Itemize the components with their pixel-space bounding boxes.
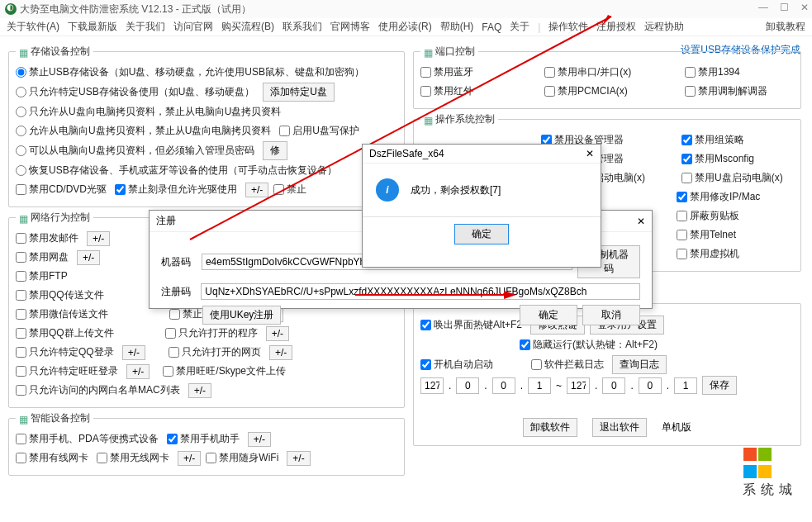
legend-smart: ▦智能设备控制 — [16, 411, 93, 425]
tilde: ~ — [556, 380, 562, 392]
ip-a-4[interactable] — [528, 377, 551, 394]
menu-contact[interactable]: 联系我们 — [283, 20, 322, 34]
chk-disable-mail[interactable]: 禁用发邮件 — [16, 231, 78, 245]
chk-autostart[interactable]: 开机自动启动 — [420, 358, 493, 372]
ip-b-2[interactable] — [602, 377, 625, 394]
pm-allow-qq[interactable]: +/- — [122, 345, 145, 360]
menu-buy[interactable]: 购买流程(B) — [221, 20, 274, 34]
chk-disable-clipboard[interactable]: 屏蔽剪贴板 — [677, 209, 739, 223]
menu-blog[interactable]: 官网博客 — [330, 20, 370, 34]
register-close-button[interactable]: ✕ — [637, 216, 645, 227]
chk-disable-cd[interactable]: 禁用CD/DVD光驱 — [16, 183, 107, 197]
chk-disable-ipmac[interactable]: 禁用修改IP/Mac — [677, 190, 760, 204]
ip-b-1[interactable] — [567, 377, 590, 394]
watermark-text: 系统城 — [743, 482, 797, 499]
pm-wlan[interactable]: +/- — [178, 451, 201, 466]
pm-netdisk[interactable]: +/- — [77, 250, 100, 265]
chk-blocklog[interactable]: 软件拦截日志 — [531, 358, 604, 372]
menu-operate[interactable]: 操作软件 — [548, 20, 588, 34]
chk-disable-telnet[interactable]: 禁用Telnet — [677, 228, 736, 242]
add-specific-usb-button[interactable]: 添加特定U盘 — [263, 83, 335, 102]
chk-disable-ftp[interactable]: 禁用FTP — [16, 269, 68, 283]
chk-allow-pages[interactable]: 只允许打开的网页 — [169, 345, 261, 359]
chk-disable-serial[interactable]: 禁用串口/并口(x) — [544, 65, 677, 79]
chk-disable-bluetooth[interactable]: 禁用蓝牙 — [420, 65, 536, 79]
menu-uninstall-tutorial[interactable]: 卸载教程 — [766, 20, 805, 34]
chk-disable-wlan[interactable]: 禁用无线网卡 — [97, 451, 169, 465]
ip-b-3[interactable] — [639, 377, 662, 394]
register-code-input[interactable] — [201, 283, 640, 300]
use-ukey-button[interactable]: 使用UKey注册 — [202, 306, 281, 325]
chk-hide-run[interactable]: 隐藏运行(默认热键：Alt+F2) — [520, 338, 658, 352]
pm-mac[interactable]: +/- — [188, 383, 211, 398]
chk-disable-netdisk[interactable]: 禁用网盘 — [16, 250, 69, 264]
chk-disable-phone-helper[interactable]: 禁用手机助手 — [167, 432, 240, 446]
pm-allow-page[interactable]: +/- — [269, 345, 292, 360]
chk-disable-burn[interactable]: 禁止刻录但允许光驱使用 — [115, 183, 237, 197]
chk-disable-qqgroup-upload[interactable]: 禁用QQ群上传文件 — [16, 326, 114, 340]
pm-mail[interactable]: +/- — [87, 231, 110, 246]
uninstall-software-button[interactable]: 卸载软件 — [523, 418, 577, 437]
pm-phone[interactable]: +/- — [248, 432, 271, 447]
chk-allow-wangwang[interactable]: 只允许特定旺旺登录 — [16, 364, 118, 378]
chk-mac-whitelist[interactable]: 只允许访问的内网白名单MAC列表 — [16, 383, 180, 397]
group-smart-device: ▦智能设备控制 禁用手机、PDA等便携式设备 禁用手机助手 +/- 禁用有线网卡… — [8, 411, 405, 476]
chk-disable-portable-wifi[interactable]: 禁用随身WiFi — [206, 451, 278, 465]
radio-allow-specific-usb[interactable]: 只允许特定USB存储设备使用（如U盘、移动硬盘） — [16, 85, 254, 99]
chk-disable-floppy[interactable]: 禁止 — [273, 183, 306, 197]
menu-register[interactable]: 注册授权 — [596, 20, 636, 34]
minimize-button[interactable]: — — [758, 2, 768, 13]
chk-disable-usbboot[interactable]: 禁用U盘启动电脑(x) — [681, 171, 783, 185]
radio-disable-usb[interactable]: 禁止USB存储设备（如U盘、移动硬盘，允许使用USB鼠标、键盘和加密狗） — [16, 65, 364, 79]
radio-usb-to-pc-only[interactable]: 只允许从U盘向电脑拷贝资料，禁止从电脑向U盘拷贝资料 — [16, 105, 281, 119]
menu-site[interactable]: 访问官网 — [173, 20, 213, 34]
register-ok-button[interactable]: 确定 — [520, 305, 577, 325]
menu-about-soft[interactable]: 关于软件(A) — [7, 20, 59, 34]
chk-disable-1394[interactable]: 禁用1394 — [685, 65, 740, 79]
menu-help[interactable]: 帮助(H) — [440, 20, 474, 34]
ip-b-4[interactable] — [674, 377, 697, 394]
chk-disable-gpedit[interactable]: 禁用组策略 — [681, 133, 744, 147]
radio-pc-to-usb-only[interactable]: 允许从电脑向U盘拷贝资料，禁止从U盘向电脑拷贝资料 — [16, 124, 271, 138]
chk-disable-vm[interactable]: 禁用虚拟机 — [677, 247, 739, 261]
chk-disable-qq-file[interactable]: 禁用QQ传送文件 — [16, 288, 104, 302]
save-button[interactable]: 保存 — [702, 376, 737, 395]
chk-disable-modem[interactable]: 禁用调制解调器 — [685, 84, 767, 98]
exit-software-button[interactable]: 退出软件 — [592, 418, 647, 437]
register-cancel-button[interactable]: 取消 — [582, 305, 640, 325]
menu-readme[interactable]: 使用必读(R) — [378, 20, 432, 34]
maximize-button[interactable]: ☐ — [780, 2, 789, 13]
pm-allow-ww[interactable]: +/- — [126, 364, 150, 379]
chk-disable-msconfig[interactable]: 禁用Msconfig — [681, 152, 754, 166]
group-storage: ▦存储设备控制 禁止USB存储设备（如U盘、移动硬盘，允许使用USB鼠标、键盘和… — [8, 45, 405, 207]
chk-disable-pda[interactable]: 禁用手机、PDA等便携式设备 — [16, 432, 159, 446]
chk-disable-pcmcia[interactable]: 禁用PCMCIA(x) — [544, 84, 677, 98]
ip-a-3[interactable] — [492, 377, 515, 394]
menu-remote[interactable]: 远程协助 — [644, 20, 684, 34]
chk-disable-ww-skype[interactable]: 禁用旺旺/Skype文件上传 — [163, 364, 286, 378]
legend-network: ▦网络行为控制 — [16, 211, 93, 225]
radio-copy-with-password[interactable]: 可以从电脑向U盘拷贝资料，但必须输入管理员密码 — [16, 144, 254, 158]
close-button[interactable]: ✕ — [800, 2, 809, 13]
modify-password-button[interactable]: 修 — [263, 141, 287, 160]
pm-button-1[interactable]: +/- — [245, 183, 268, 197]
message-close-button[interactable]: ✕ — [586, 148, 594, 159]
message-ok-button[interactable]: 确定 — [454, 224, 509, 244]
radio-restore-usb[interactable]: 恢复USB存储设备、手机或蓝牙等设备的使用（可手动点击恢复设备） — [16, 164, 337, 178]
message-text: 成功，剩余授权数[7] — [411, 183, 501, 197]
menu-faq[interactable]: FAQ — [482, 21, 501, 33]
query-log-button[interactable]: 查询日志 — [612, 355, 667, 374]
app-icon — [5, 3, 17, 15]
chk-disable-ir[interactable]: 禁用红外 — [420, 84, 536, 98]
ip-a-1[interactable] — [420, 377, 444, 394]
chk-allow-qq[interactable]: 只允许特定QQ登录 — [16, 345, 114, 359]
ip-a-2[interactable] — [456, 377, 479, 394]
chk-disable-wechat-file[interactable]: 禁用微信传送文件 — [16, 307, 108, 321]
chk-usb-write-protect[interactable]: 启用U盘写保护 — [279, 124, 359, 138]
menu-about[interactable]: 关于 — [510, 20, 529, 34]
menu-about-us[interactable]: 关于我们 — [126, 20, 165, 34]
chk-disable-lan[interactable]: 禁用有线网卡 — [16, 451, 88, 465]
pm-pwifi[interactable]: +/- — [287, 451, 310, 466]
menu-download[interactable]: 下载最新版 — [68, 20, 117, 34]
legend-os: ▦操作系统控制 — [420, 112, 498, 126]
